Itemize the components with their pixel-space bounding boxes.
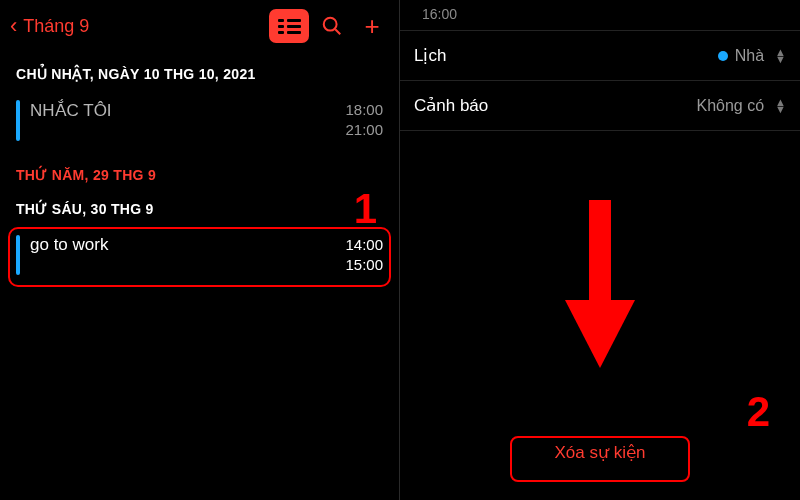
event-end: 15:00 <box>345 255 383 275</box>
add-event-button[interactable]: + <box>355 9 389 43</box>
calendar-list-screen: ‹ Tháng 9 + CHỦ NHẬT, NGÀY 10 THG 10, 20… <box>0 0 400 500</box>
event-title: go to work <box>30 235 335 255</box>
list-view-button[interactable] <box>269 9 309 43</box>
calendar-label: Lịch <box>414 45 718 66</box>
svg-marker-3 <box>565 300 635 368</box>
back-button-label[interactable]: Tháng 9 <box>23 16 89 37</box>
delete-event-button[interactable]: Xóa sự kiện <box>515 431 686 474</box>
plus-icon: + <box>364 11 379 42</box>
event-start: 18:00 <box>345 100 383 120</box>
annotation-number-1: 1 <box>354 185 377 233</box>
svg-line-1 <box>335 29 340 34</box>
event-times: 18:00 21:00 <box>345 100 383 141</box>
calendar-value: Nhà ▲▼ <box>718 47 786 65</box>
time-slot-label: 16:00 <box>400 0 800 31</box>
event-color-bar <box>16 235 20 276</box>
updown-chevron-icon: ▲▼ <box>775 99 786 113</box>
event-times: 14:00 15:00 <box>345 235 383 276</box>
header-bar: ‹ Tháng 9 + <box>0 0 399 52</box>
calendar-setting-row[interactable]: Lịch Nhà ▲▼ <box>400 31 800 81</box>
date-header-friday: THỨ SÁU, 30 THG 9 <box>0 193 399 227</box>
svg-rect-2 <box>589 200 611 310</box>
annotation-arrow-down-icon <box>565 200 635 374</box>
event-row-highlighted[interactable]: go to work 14:00 15:00 <box>0 227 399 288</box>
list-icon <box>278 19 301 34</box>
alert-value: Không có ▲▼ <box>697 97 787 115</box>
alert-setting-row[interactable]: Cảnh báo Không có ▲▼ <box>400 81 800 131</box>
event-start: 14:00 <box>345 235 383 255</box>
svg-point-0 <box>324 18 337 31</box>
event-title: NHẮC TÔI <box>30 100 335 121</box>
calendar-color-dot-icon <box>718 51 728 61</box>
event-row[interactable]: NHẮC TÔI 18:00 21:00 <box>0 92 399 153</box>
search-button[interactable] <box>315 9 349 43</box>
annotation-number-2: 2 <box>747 388 770 436</box>
date-header-sunday: CHỦ NHẬT, NGÀY 10 THG 10, 2021 <box>0 52 399 92</box>
event-end: 21:00 <box>345 120 383 140</box>
event-detail-screen: 16:00 Lịch Nhà ▲▼ Cảnh báo Không có ▲▼ X… <box>400 0 800 500</box>
chevron-left-icon[interactable]: ‹ <box>10 13 17 39</box>
updown-chevron-icon: ▲▼ <box>775 49 786 63</box>
date-header-thursday: THỨ NĂM, 29 THG 9 <box>0 153 399 193</box>
search-icon <box>321 15 343 37</box>
alert-label: Cảnh báo <box>414 95 697 116</box>
event-color-bar <box>16 100 20 141</box>
alert-value-text: Không có <box>697 97 765 115</box>
calendar-name: Nhà <box>735 47 764 65</box>
